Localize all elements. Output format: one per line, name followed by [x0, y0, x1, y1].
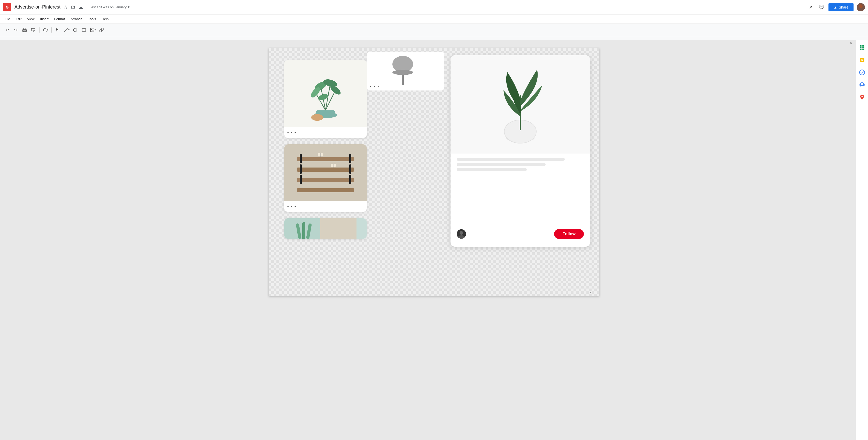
plant-image-svg	[294, 63, 356, 125]
svg-rect-26	[297, 168, 354, 172]
folder-icon[interactable]: 🗂	[71, 4, 75, 10]
top-bar: G Advertise-on-Pinterest ☆ 🗂 ☁ Last edit…	[0, 0, 868, 14]
svg-point-5	[43, 28, 46, 31]
plant-card-footer: • • •	[284, 127, 367, 138]
sidebar-keep-icon[interactable]: K	[858, 56, 866, 64]
user-avatar[interactable]	[857, 3, 865, 11]
image-tool[interactable]: ▾	[89, 26, 97, 34]
svg-rect-31	[300, 165, 302, 174]
svg-point-11	[91, 29, 92, 29]
format-paint-button[interactable]	[29, 26, 37, 34]
svg-rect-24	[314, 115, 321, 119]
ruler	[0, 36, 868, 40]
svg-rect-34	[349, 175, 351, 184]
menu-arrange[interactable]: Arrange	[68, 16, 85, 22]
shelves-card-footer: • • •	[284, 201, 367, 212]
document-title[interactable]: Advertise-on-Pinterest	[14, 4, 60, 10]
last-edit-text: Last edit was on January 15	[89, 5, 131, 9]
svg-rect-33	[300, 175, 302, 184]
trending-icon[interactable]: ↗	[807, 3, 814, 11]
svg-point-65	[861, 83, 863, 85]
menu-tools[interactable]: Tools	[86, 16, 98, 22]
collapse-arrow[interactable]: ∧	[849, 40, 852, 45]
svg-rect-32	[349, 165, 351, 174]
undo-button[interactable]: ↩	[3, 26, 11, 34]
app-icon: G	[3, 3, 11, 11]
menu-format[interactable]: Format	[52, 16, 67, 22]
sidebar-tasks-icon[interactable]	[858, 68, 866, 77]
svg-text:K: K	[861, 58, 863, 62]
menu-insert[interactable]: Insert	[37, 16, 51, 22]
svg-point-48	[393, 70, 413, 75]
share-label: Share	[839, 5, 848, 9]
svg-point-54	[460, 231, 463, 235]
plant-card-image	[284, 60, 367, 127]
svg-line-6	[64, 28, 68, 32]
text-line-1	[457, 158, 565, 161]
redo-button[interactable]: ↪	[12, 26, 20, 34]
panel-user-avatar[interactable]	[457, 229, 466, 239]
panel-plant-svg	[492, 62, 549, 147]
right-detail-panel[interactable]: Follow	[451, 55, 590, 246]
link-tool[interactable]	[98, 26, 105, 34]
slide-content: • • •	[269, 48, 599, 296]
shape-tool[interactable]	[71, 26, 79, 34]
lamp-dots: • • •	[370, 84, 379, 88]
expand-arrow[interactable]: ›	[590, 289, 592, 294]
sidebar-contacts-icon[interactable]	[858, 81, 866, 89]
svg-rect-56	[860, 45, 864, 50]
canvas-area[interactable]: • • •	[0, 40, 868, 440]
svg-rect-25	[297, 157, 354, 161]
comment-icon[interactable]: 💬	[817, 3, 826, 11]
svg-point-66	[860, 86, 864, 88]
line-tool[interactable]: ▾	[63, 26, 70, 34]
image-arrow: ▾	[95, 28, 96, 31]
panel-text-area	[451, 153, 590, 177]
svg-rect-2	[24, 28, 26, 29]
menu-bar: File Edit View Insert Format Arrange Too…	[0, 14, 868, 24]
text-line-2	[457, 163, 546, 166]
svg-rect-29	[300, 154, 302, 164]
sidebar-sheets-icon[interactable]	[858, 43, 866, 52]
follow-button[interactable]: Follow	[554, 229, 584, 239]
cursor-tool[interactable]	[54, 26, 61, 34]
topbar-right: ↗ 💬 ▲ Share	[807, 3, 865, 11]
svg-rect-28	[297, 188, 354, 192]
line-arrow: ▾	[68, 28, 69, 31]
cloud-icon[interactable]: ☁	[79, 4, 83, 10]
text-line-3	[457, 168, 527, 171]
svg-point-7	[73, 28, 77, 32]
print-button[interactable]	[21, 26, 28, 34]
shelves-card-dots[interactable]: • • •	[287, 204, 297, 209]
svg-point-67	[861, 96, 863, 97]
share-icon: ▲	[834, 5, 837, 9]
shelves-card-image	[284, 144, 367, 201]
shelves-svg	[292, 147, 359, 199]
star-icon[interactable]: ☆	[64, 4, 68, 10]
menu-view[interactable]: View	[25, 16, 37, 22]
svg-rect-46	[402, 75, 404, 85]
lamp-image-area: • • •	[367, 52, 444, 90]
menu-help[interactable]: Help	[99, 16, 111, 22]
zoom-arrow: ▾	[47, 28, 48, 31]
left-column: • • •	[284, 56, 367, 239]
menu-file[interactable]: File	[2, 16, 13, 22]
sidebar-maps-icon[interactable]	[858, 93, 866, 101]
menu-edit[interactable]: Edit	[13, 16, 24, 22]
svg-rect-27	[297, 178, 354, 182]
bottom-card-svg	[284, 218, 356, 239]
svg-rect-30	[349, 154, 351, 164]
shelves-card[interactable]: • • •	[284, 144, 367, 212]
panel-footer: Follow	[457, 229, 584, 239]
right-sidebar: K	[856, 40, 868, 440]
share-button[interactable]: ▲ Share	[829, 3, 854, 11]
panel-plant-image	[451, 55, 590, 153]
zoom-button[interactable]: ▾	[41, 26, 49, 34]
plant-card-dots[interactable]: • • •	[287, 130, 297, 135]
textbox-tool[interactable]	[80, 26, 88, 34]
svg-rect-42	[302, 222, 305, 239]
slide-canvas[interactable]: • • •	[269, 48, 599, 296]
bottom-small-card[interactable]	[284, 218, 367, 239]
plant-card[interactable]: • • •	[284, 60, 367, 138]
toolbar: ↩ ↪ ▾ ▾ ▾	[0, 24, 868, 36]
